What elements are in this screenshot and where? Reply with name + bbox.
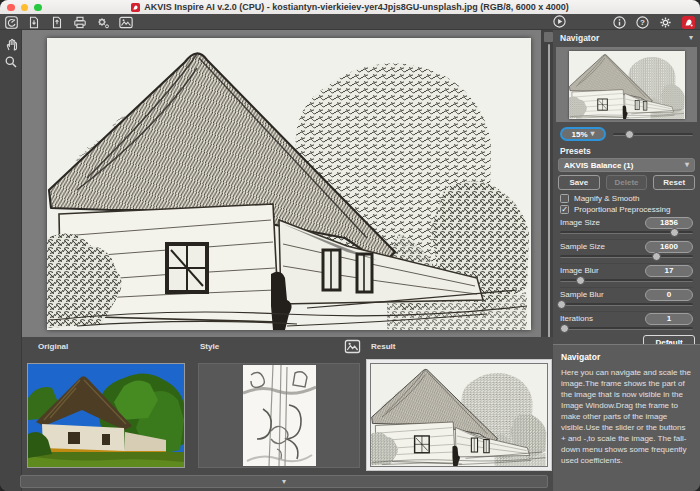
image-blur-slider[interactable] bbox=[560, 276, 693, 284]
collapse-arrow-icon: ▾ bbox=[282, 478, 286, 486]
sample-size-slider[interactable] bbox=[560, 252, 693, 260]
style-thumbnail[interactable] bbox=[243, 365, 316, 466]
reset-preset-button[interactable]: Reset bbox=[653, 175, 695, 190]
help-icon[interactable]: ? bbox=[635, 16, 649, 29]
akvis-panel-icon[interactable] bbox=[681, 16, 695, 29]
preset-select[interactable]: AKVIS Balance (1) ▾ bbox=[558, 158, 695, 172]
settings-panel: Navigator ▾ 15% ▾ Presets AKVIS Balance … bbox=[553, 30, 700, 491]
hint-panel: Navigator Here you can navigate and scal… bbox=[553, 344, 700, 491]
share-image-icon[interactable] bbox=[119, 16, 133, 29]
param-sample-size: Sample Size 1600 bbox=[560, 239, 693, 260]
preset-selected-value: AKVIS Balance (1) bbox=[564, 161, 633, 170]
save-image-icon[interactable] bbox=[50, 16, 64, 29]
zoom-slider[interactable] bbox=[613, 127, 693, 141]
result-image-canvas[interactable] bbox=[47, 38, 531, 330]
param-sample-blur: Sample Blur 0 bbox=[560, 287, 693, 308]
magnify-smooth-checkbox[interactable] bbox=[560, 194, 569, 203]
filmstrip-panel: Original Style Result ▾ bbox=[22, 337, 553, 491]
sample-blur-slider-handle[interactable] bbox=[557, 300, 566, 309]
traffic-lights bbox=[7, 4, 42, 12]
image-size-value-field[interactable]: 1856 bbox=[645, 217, 693, 229]
style-tab-label[interactable]: Style bbox=[200, 342, 219, 351]
save-preset-button[interactable]: Save bbox=[558, 175, 600, 190]
preferences-gear-icon[interactable] bbox=[658, 16, 672, 29]
proportional-preprocessing-checkbox[interactable]: ✓ bbox=[560, 205, 569, 214]
hint-text: Here you can navigate and scale the imag… bbox=[561, 367, 692, 466]
sample-size-slider-handle[interactable] bbox=[652, 252, 661, 261]
magnify-smooth-label: Magnify & Smooth bbox=[574, 194, 639, 203]
param-image-size: Image Size 1856 bbox=[560, 217, 693, 236]
close-window-button[interactable] bbox=[7, 4, 15, 12]
scrollbar-button[interactable] bbox=[544, 32, 553, 42]
navigator-title: Navigator bbox=[560, 33, 599, 43]
workspace-switch-icon[interactable] bbox=[4, 16, 18, 29]
title-bar: AKVIS Inspire AI v.2.0 (CPU) - kostianty… bbox=[0, 0, 700, 14]
zoom-window-button[interactable] bbox=[34, 4, 42, 12]
akvis-app-icon bbox=[131, 3, 140, 12]
image-blur-value-field[interactable]: 17 bbox=[645, 265, 693, 277]
tool-strip bbox=[0, 30, 22, 491]
zoom-slider-handle[interactable] bbox=[625, 130, 634, 139]
app-window: AKVIS Inspire AI v.2.0 (CPU) - kostianty… bbox=[0, 0, 700, 491]
sample-blur-value-field[interactable]: 0 bbox=[645, 289, 693, 301]
zoom-dropdown-arrow-icon: ▾ bbox=[591, 130, 595, 138]
batch-processing-icon[interactable] bbox=[96, 16, 110, 29]
filmstrip-collapse-bar[interactable]: ▾ bbox=[20, 475, 548, 488]
style-gallery-icon[interactable] bbox=[344, 339, 361, 354]
print-icon[interactable] bbox=[73, 16, 87, 29]
run-processing-button[interactable] bbox=[552, 15, 566, 28]
sample-size-value-field[interactable]: 1600 bbox=[645, 241, 693, 253]
navigator-collapse-icon[interactable]: ▾ bbox=[689, 34, 693, 42]
param-image-blur: Image Blur 17 bbox=[560, 263, 693, 284]
hand-pan-tool-icon[interactable] bbox=[4, 37, 18, 51]
original-tab-label[interactable]: Original bbox=[38, 342, 68, 351]
navigator-preview[interactable] bbox=[556, 47, 697, 122]
result-thumbnail-selected[interactable] bbox=[366, 359, 552, 471]
zoom-level-value: 15% bbox=[571, 130, 587, 139]
image-blur-slider-handle[interactable] bbox=[576, 276, 585, 285]
navigator-header[interactable]: Navigator ▾ bbox=[553, 30, 700, 46]
navigator-thumbnail[interactable] bbox=[569, 51, 685, 119]
result-tab-label[interactable]: Result bbox=[371, 342, 395, 351]
sample-blur-label: Sample Blur bbox=[560, 290, 604, 299]
image-size-slider-handle[interactable] bbox=[670, 228, 679, 237]
iterations-slider-handle[interactable] bbox=[560, 324, 569, 333]
minimize-window-button[interactable] bbox=[21, 4, 29, 12]
preset-dropdown-arrow-icon: ▾ bbox=[685, 161, 689, 169]
sample-size-label: Sample Size bbox=[560, 242, 605, 251]
open-image-icon[interactable] bbox=[27, 16, 41, 29]
image-blur-label: Image Blur bbox=[560, 266, 599, 275]
original-thumbnail[interactable] bbox=[27, 363, 185, 468]
iterations-slider[interactable] bbox=[560, 324, 693, 332]
image-size-label: Image Size bbox=[560, 218, 600, 227]
delete-preset-button[interactable]: Delete bbox=[606, 175, 648, 190]
window-title: AKVIS Inspire AI v.2.0 (CPU) - kostianty… bbox=[144, 2, 569, 12]
main-toolbar: ? bbox=[0, 14, 700, 30]
magnify-smooth-option[interactable]: Magnify & Smooth bbox=[560, 194, 700, 203]
presets-section-title: Presets bbox=[560, 146, 693, 157]
zoom-level-select[interactable]: 15% ▾ bbox=[560, 127, 606, 141]
info-icon[interactable] bbox=[612, 16, 626, 29]
image-size-slider[interactable] bbox=[560, 228, 693, 236]
image-window[interactable] bbox=[22, 30, 541, 337]
zoom-tool-icon[interactable] bbox=[4, 55, 18, 69]
proportional-preprocessing-label: Proportional Preprocessing bbox=[574, 205, 671, 214]
style-thumbnail-container[interactable] bbox=[198, 363, 360, 468]
proportional-preprocessing-option[interactable]: ✓ Proportional Preprocessing bbox=[560, 205, 700, 214]
svg-text:?: ? bbox=[640, 18, 645, 27]
sample-blur-slider[interactable] bbox=[560, 300, 693, 308]
iterations-value-field[interactable]: 1 bbox=[645, 313, 693, 325]
iterations-label: Iterations bbox=[560, 314, 593, 323]
param-iterations: Iterations 1 bbox=[560, 311, 693, 332]
hint-title: Navigator bbox=[561, 352, 692, 362]
